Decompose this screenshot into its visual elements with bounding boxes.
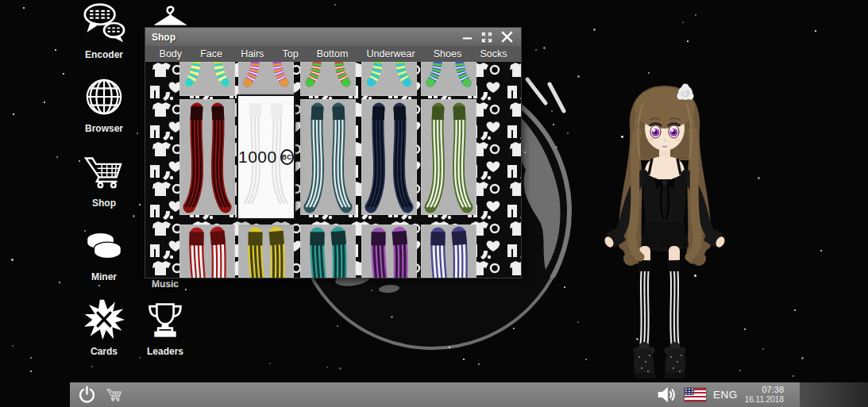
shop-window-titlebar[interactable]: Shop bbox=[145, 28, 521, 46]
volume-button[interactable] bbox=[657, 386, 677, 403]
star bbox=[371, 290, 372, 291]
shop-item-striped-socks-yellow-cyan[interactable] bbox=[179, 62, 235, 96]
star bbox=[758, 177, 760, 179]
shop-item-stockings-indigo-white[interactable] bbox=[421, 225, 476, 278]
sidebar-item-miner[interactable]: Miner bbox=[71, 223, 137, 282]
shop-item-stockings-purple-black[interactable] bbox=[361, 225, 417, 278]
star bbox=[524, 152, 526, 153]
sidebar-item-encoder[interactable]: Encoder bbox=[71, 1, 137, 60]
star bbox=[593, 29, 596, 31]
sidebar-item-music[interactable]: Music bbox=[132, 278, 199, 290]
star bbox=[820, 250, 822, 251]
star bbox=[449, 347, 450, 348]
avatar-stockings bbox=[641, 260, 679, 344]
shop-item-stockings-yellow-black[interactable] bbox=[238, 225, 294, 278]
shop-item-stockings-white[interactable]: 1000 BC bbox=[237, 94, 295, 220]
shop-item-stockings-teal-white[interactable] bbox=[300, 99, 356, 215]
item-thumbnail bbox=[300, 62, 356, 94]
avatar-character bbox=[596, 79, 735, 381]
shop-item-stockings-teal-black[interactable] bbox=[300, 225, 356, 278]
shop-item-stockings-navy-black[interactable] bbox=[361, 99, 417, 215]
sidebar-item-label: Browser bbox=[85, 123, 123, 134]
sidebar-item-label: Cards bbox=[91, 346, 118, 357]
trophy-icon bbox=[145, 298, 185, 342]
taskbar-end-shade bbox=[800, 382, 868, 407]
tab-hairs[interactable]: Hairs bbox=[237, 48, 268, 60]
item-thumbnail bbox=[300, 99, 356, 215]
star bbox=[794, 309, 796, 311]
star bbox=[91, 366, 93, 367]
power-button[interactable] bbox=[78, 386, 96, 404]
item-thumbnail bbox=[179, 225, 235, 278]
sidebar-item-leaders[interactable]: Leaders bbox=[132, 298, 199, 357]
sidebar-item-cards[interactable]: Cards bbox=[71, 298, 137, 357]
speech-bubbles-icon bbox=[81, 1, 127, 45]
minimize-button[interactable] bbox=[459, 30, 475, 44]
star bbox=[744, 328, 746, 330]
item-thumbnail bbox=[361, 99, 417, 215]
globe-icon bbox=[84, 75, 124, 119]
star bbox=[564, 286, 565, 288]
shop-item-striped-socks-red-green[interactable] bbox=[300, 62, 356, 96]
shop-item-striped-socks-lime-cyan[interactable] bbox=[361, 62, 417, 96]
star bbox=[133, 215, 135, 217]
shop-item-stockings-red-black[interactable] bbox=[179, 99, 235, 215]
star bbox=[577, 321, 579, 323]
tab-socks[interactable]: Socks bbox=[476, 48, 511, 60]
sidebar-item-label: Leaders bbox=[147, 346, 183, 357]
star bbox=[555, 146, 557, 148]
item-thumbnail bbox=[421, 62, 476, 94]
star bbox=[513, 328, 515, 329]
date-label: 16.11.2018 bbox=[745, 395, 784, 405]
item-thumbnail bbox=[238, 62, 294, 94]
star bbox=[55, 49, 56, 51]
item-thumbnail bbox=[361, 62, 417, 94]
star bbox=[12, 345, 14, 347]
star bbox=[762, 348, 764, 350]
item-thumbnail bbox=[300, 225, 356, 278]
cart-button[interactable] bbox=[106, 388, 122, 401]
tab-body[interactable]: Body bbox=[156, 48, 187, 60]
language-label[interactable]: ENG bbox=[713, 389, 738, 401]
star bbox=[63, 73, 64, 75]
item-thumbnail bbox=[238, 225, 294, 278]
star bbox=[463, 359, 465, 360]
maximize-button[interactable] bbox=[479, 30, 495, 44]
shop-tabs: BodyFaceHairsTopBottomUnderwearShoesSock… bbox=[145, 46, 521, 62]
tab-face[interactable]: Face bbox=[196, 48, 226, 60]
star bbox=[11, 259, 14, 261]
star bbox=[139, 357, 141, 359]
close-button[interactable] bbox=[499, 30, 515, 44]
sidebar-item-browser[interactable]: Browser bbox=[71, 75, 137, 134]
star bbox=[30, 371, 32, 372]
shop-window: Shop BodyFaceHairsTopBottomUnderwearShoe… bbox=[145, 28, 521, 278]
tab-shoes[interactable]: Shoes bbox=[430, 48, 465, 60]
sidebar-item-shop[interactable]: Shop bbox=[71, 149, 137, 209]
time-label: 07:38 bbox=[745, 385, 784, 395]
tab-top[interactable]: Top bbox=[278, 48, 302, 60]
star bbox=[98, 285, 100, 286]
star bbox=[339, 367, 341, 370]
star bbox=[337, 325, 338, 327]
us-flag-icon[interactable] bbox=[685, 388, 706, 401]
shop-item-stockings-green-white[interactable] bbox=[421, 99, 476, 215]
window-title: Shop bbox=[152, 32, 455, 43]
coins-icon bbox=[83, 223, 125, 267]
tab-underwear[interactable]: Underwear bbox=[363, 48, 419, 60]
shop-item-striped-socks-blue-green[interactable] bbox=[421, 62, 476, 96]
star bbox=[687, 40, 689, 42]
sidebar-item-label: Encoder bbox=[85, 49, 123, 60]
star bbox=[391, 316, 393, 318]
sidebar-item-label: Shop bbox=[92, 198, 116, 209]
star bbox=[648, 72, 650, 74]
tab-bottom[interactable]: Bottom bbox=[313, 48, 353, 60]
star bbox=[30, 357, 32, 359]
star bbox=[13, 113, 14, 115]
star bbox=[695, 14, 696, 16]
star bbox=[815, 30, 816, 32]
item-thumbnail bbox=[179, 99, 235, 215]
star bbox=[585, 359, 587, 360]
shop-item-striped-socks-purple-orange[interactable] bbox=[238, 62, 294, 96]
star bbox=[567, 132, 569, 134]
shop-item-stockings-red-white[interactable] bbox=[179, 225, 235, 278]
